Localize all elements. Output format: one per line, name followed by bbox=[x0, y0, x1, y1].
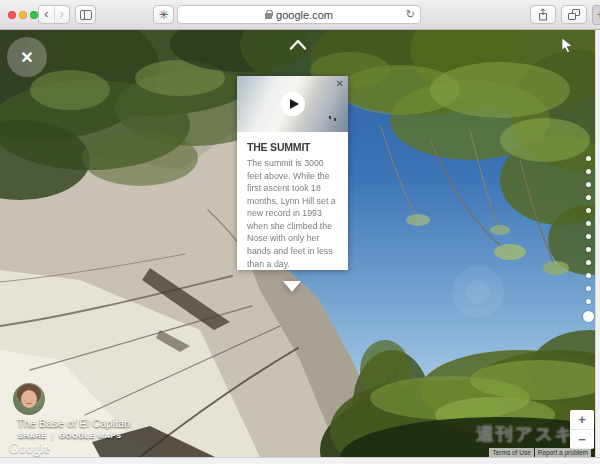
new-tab-button[interactable]: + bbox=[592, 5, 600, 25]
gallery-dot[interactable] bbox=[586, 260, 591, 265]
address-text: google.com bbox=[276, 9, 333, 21]
minimize-window-button[interactable] bbox=[19, 11, 27, 19]
share-link[interactable]: SHARE bbox=[18, 431, 47, 440]
gallery-dot[interactable] bbox=[586, 208, 591, 213]
gallery-dot[interactable] bbox=[586, 169, 591, 174]
terms-of-use-link[interactable]: Terms of Use bbox=[489, 448, 533, 457]
card-body: The summit is 3000 feet above. While the… bbox=[247, 157, 338, 270]
google-maps-link[interactable]: GOOGLE MAPS bbox=[59, 431, 121, 440]
card-close-icon[interactable]: ✕ bbox=[336, 78, 344, 89]
share-icon bbox=[537, 8, 549, 21]
sidebar-icon bbox=[80, 10, 92, 20]
info-card: ✕ THE SUMMIT The summit is 3000 feet abo… bbox=[237, 76, 348, 270]
tab-overview-button[interactable] bbox=[561, 5, 587, 24]
viewer-close-button[interactable]: ✕ bbox=[7, 37, 47, 77]
close-window-button[interactable] bbox=[8, 11, 16, 19]
report-problem-link[interactable]: Report a problem bbox=[535, 448, 591, 457]
google-logo[interactable]: Google bbox=[8, 441, 50, 457]
lens-flare bbox=[452, 266, 504, 318]
gallery-dot[interactable] bbox=[586, 299, 591, 304]
gallery-dot[interactable] bbox=[586, 234, 591, 239]
avatar-face bbox=[21, 390, 37, 408]
forward-button[interactable]: › bbox=[54, 6, 70, 23]
share-button[interactable] bbox=[530, 5, 556, 24]
gallery-dot[interactable] bbox=[586, 195, 591, 200]
sidebar-button[interactable] bbox=[75, 5, 96, 24]
address-bar[interactable]: google.com ↻ bbox=[177, 5, 421, 24]
zoom-in-button[interactable]: + bbox=[570, 410, 594, 429]
avatar-smile bbox=[26, 401, 32, 404]
gallery-dot[interactable] bbox=[586, 221, 591, 226]
gallery-dot[interactable] bbox=[586, 182, 591, 187]
location-links: SHARE|GOOGLE MAPS bbox=[18, 431, 121, 440]
tabs-icon bbox=[568, 9, 580, 20]
extension-button[interactable]: ✳ bbox=[153, 5, 174, 24]
info-card-wrapper: ✕ THE SUMMIT The summit is 3000 feet abo… bbox=[237, 76, 348, 292]
nav-buttons: ‹ › bbox=[38, 5, 70, 24]
play-button[interactable] bbox=[281, 92, 305, 116]
window-bottom-edge bbox=[0, 457, 600, 464]
scrollbar-gutter[interactable] bbox=[595, 30, 600, 457]
gallery-dot[interactable] bbox=[586, 286, 591, 291]
zoom-control: + − bbox=[570, 410, 594, 449]
play-icon bbox=[290, 99, 299, 109]
climber-figure bbox=[329, 116, 331, 119]
zoom-out-button[interactable]: − bbox=[570, 430, 594, 449]
back-button[interactable]: ‹ bbox=[39, 6, 54, 23]
card-pointer-tail bbox=[283, 281, 301, 292]
links-separator: | bbox=[52, 431, 54, 440]
chevron-up-icon[interactable] bbox=[288, 38, 308, 51]
page-content: ✕ ✕ THE SUMMI bbox=[0, 30, 595, 457]
map-footer-links: Terms of Use Report a problem bbox=[489, 448, 591, 457]
zoom-window-button[interactable] bbox=[30, 11, 38, 19]
gallery-dot-current[interactable] bbox=[583, 311, 594, 322]
mouse-cursor bbox=[561, 38, 574, 53]
browser-window: ‹ › ✳ google.com ↻ + bbox=[0, 0, 600, 464]
location-title: The Base of El Capitan bbox=[17, 417, 130, 429]
gallery-dot[interactable] bbox=[586, 247, 591, 252]
gallery-dots bbox=[582, 152, 594, 326]
reload-button[interactable]: ↻ bbox=[406, 8, 415, 21]
gallery-dot[interactable] bbox=[586, 273, 591, 278]
card-title: THE SUMMIT bbox=[247, 141, 338, 153]
browser-toolbar: ‹ › ✳ google.com ↻ + bbox=[0, 0, 600, 30]
avatar[interactable] bbox=[13, 383, 45, 415]
gallery-dot[interactable] bbox=[586, 156, 591, 161]
lock-icon bbox=[265, 10, 272, 19]
climber-figure bbox=[334, 118, 336, 121]
video-thumbnail[interactable]: ✕ bbox=[237, 76, 348, 132]
